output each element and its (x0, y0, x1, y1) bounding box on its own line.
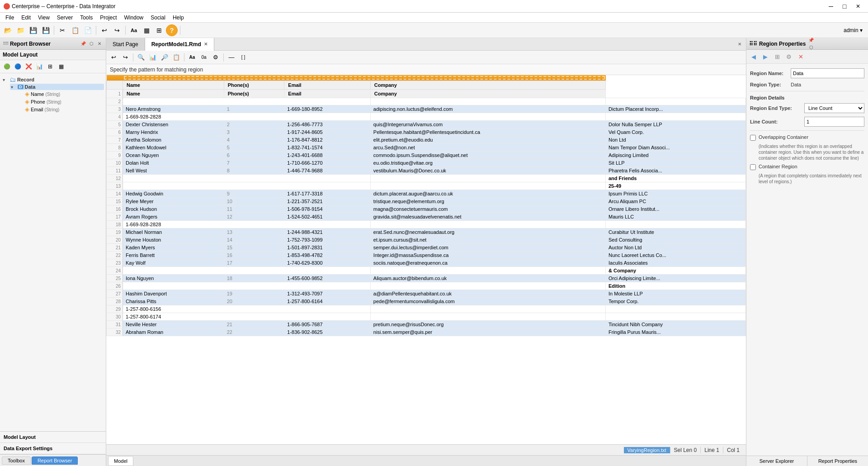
rp-pin-button[interactable]: 📌 (807, 37, 815, 44)
paste-button[interactable]: 📄 (82, 24, 94, 36)
panel-close-button[interactable]: ✕ (96, 40, 103, 48)
add-blue-button[interactable]: 🔵 (13, 62, 23, 71)
table-row: 12and Friends (107, 175, 746, 182)
tree-row-record[interactable]: ▾ 🗂 Record (2, 76, 104, 84)
model-tab[interactable]: Model (108, 456, 133, 466)
data-grid[interactable]: Name Phone(s) Email Company 1NamePhone(s… (106, 75, 746, 444)
report-properties-tab[interactable]: Report Properties (807, 456, 868, 466)
row-number-cell: 24 (107, 267, 123, 275)
delete-button[interactable]: ❌ (24, 62, 33, 71)
region-end-type-select[interactable]: Line Count (804, 103, 864, 113)
rp-back-button[interactable]: ◀ (748, 51, 759, 62)
rp-forward-button[interactable]: ▶ (760, 51, 771, 62)
format-button[interactable]: ⊞ (153, 24, 165, 36)
tab-report-model[interactable]: ReportModel1.Rmd ✕ (145, 38, 214, 51)
company-cell: Nunc Laoreet Lectus Co... (606, 252, 746, 259)
tab-report-browser[interactable]: Report Browser (32, 456, 78, 465)
menu-tools[interactable]: Tools (76, 14, 96, 22)
container-region-checkbox[interactable] (750, 164, 756, 170)
tree-field-name[interactable]: ◈ Name (String) (17, 90, 104, 98)
ct-undo[interactable]: ↩ (108, 52, 119, 63)
tree-row-data[interactable]: ▾ D Data (10, 84, 104, 90)
grid-button[interactable]: ▦ (141, 24, 152, 36)
menu-edit[interactable]: Edit (18, 14, 34, 22)
menu-view[interactable]: View (34, 14, 53, 22)
field-icon-email: ◈ (25, 106, 29, 113)
empty-cell2 (370, 113, 605, 121)
open-button[interactable]: 📁 (14, 24, 26, 36)
excel-button[interactable]: 📊 (34, 62, 44, 71)
table-row: 21Kaden Myers151-501-897-2831semper.dui.… (107, 244, 746, 252)
menu-server[interactable]: Server (53, 14, 76, 22)
menu-window[interactable]: Window (121, 14, 147, 22)
rp-delete-button[interactable]: ✕ (795, 51, 806, 62)
ct-redo[interactable]: ↪ (120, 52, 131, 63)
admin-dropdown[interactable]: admin ▾ (840, 26, 866, 34)
panel-float-button[interactable]: ⬡ (88, 40, 95, 48)
minimize-button[interactable]: ─ (825, 1, 837, 11)
tree-field-email[interactable]: ◈ Email (String) (17, 105, 104, 113)
tab-close-icon[interactable]: ✕ (204, 42, 208, 47)
cut-button[interactable]: ✂ (57, 24, 68, 36)
ct-0a[interactable]: 0a (198, 52, 209, 63)
help-button[interactable]: ? (166, 24, 178, 36)
footer-data-export[interactable]: Data Export Settings (0, 443, 106, 454)
row-number-cell: 7 (107, 136, 123, 144)
save-all-button[interactable]: 💾 (40, 24, 52, 36)
ct-dash[interactable]: — (226, 52, 237, 63)
rp-footer: Server Explorer Report Properties (746, 456, 868, 466)
col-phone-th: Phone(s) (224, 81, 284, 90)
maximize-button[interactable]: □ (838, 1, 851, 11)
phone-cell: 1-221-357-2521 (284, 198, 371, 205)
copy-button[interactable]: 📋 (69, 24, 81, 36)
table-button[interactable]: ⊞ (45, 62, 55, 71)
tab-toolbox[interactable]: Toolbox (2, 456, 31, 465)
rp-settings-button[interactable]: ⚙ (783, 51, 794, 62)
phone-cell: 1-836-902-8625 (284, 328, 371, 336)
ct-clip[interactable]: 📋 (171, 52, 182, 63)
table-row: 1NamePhone(s)EmailCompany (107, 90, 746, 98)
name-cell: Dexter Christensen (123, 121, 224, 128)
footer-model-layout[interactable]: Model Layout (0, 432, 106, 443)
redo-button[interactable]: ↪ (111, 24, 123, 36)
rp-action-button[interactable]: ⊞ (772, 51, 783, 62)
menu-file[interactable]: File (2, 14, 18, 22)
ct-chart[interactable]: 📊 (147, 52, 158, 63)
save-button[interactable]: 💾 (27, 24, 39, 36)
tree-field-phone[interactable]: ◈ Phone (String) (17, 98, 104, 105)
row-number-cell: 2 (107, 98, 123, 105)
company-cell: Vel Quam Corp. (606, 128, 746, 136)
col-name-th: Name (123, 81, 224, 90)
overlapping-container-checkbox[interactable] (750, 135, 756, 141)
title-bar: Centerprise -- Centerprise - Data Integr… (0, 0, 868, 13)
ct-gear[interactable]: ⚙ (210, 52, 221, 63)
add-green-button[interactable]: 🟢 (2, 62, 12, 71)
index-cell: 15 (224, 244, 284, 252)
tab-start-page[interactable]: Start Page (106, 38, 145, 51)
row-number-cell: 29 (107, 305, 123, 313)
grid2-button[interactable]: ▦ (56, 62, 66, 71)
undo-button[interactable]: ↩ (99, 24, 110, 36)
region-name-input[interactable] (791, 68, 864, 78)
new-button[interactable]: 📂 (2, 24, 14, 36)
ct-aa[interactable]: Aa (187, 52, 198, 63)
tabs-close-button[interactable]: ✕ (736, 41, 743, 48)
table-row: 1325-49 (107, 182, 746, 190)
index-cell: 6 (224, 152, 284, 159)
menu-help[interactable]: Help (169, 14, 188, 22)
tree-toolbar: 🟢 🔵 ❌ 📊 ⊞ ▦ (0, 60, 106, 73)
panel-pin-button[interactable]: 📌 (80, 40, 87, 48)
name-cell: Kathleen Mcdowel (123, 144, 224, 152)
font-button[interactable]: Aa (128, 24, 140, 36)
line-count-input[interactable] (804, 117, 864, 127)
close-button[interactable]: ✕ (852, 1, 864, 11)
table-row: 15Rylee Meyer101-221-357-2521tristique.n… (107, 198, 746, 205)
ct-zoom[interactable]: 🔎 (159, 52, 170, 63)
row-number-cell: 1 (107, 90, 123, 98)
menu-social[interactable]: Social (147, 14, 169, 22)
ct-bracket[interactable]: [ ] (238, 52, 249, 63)
menu-project[interactable]: Project (96, 14, 120, 22)
email-cell: adipiscing.non.luctus@eleifend.com (370, 105, 605, 113)
ct-find[interactable]: 🔍 (136, 52, 146, 63)
server-explorer-tab[interactable]: Server Explorer (746, 456, 807, 466)
